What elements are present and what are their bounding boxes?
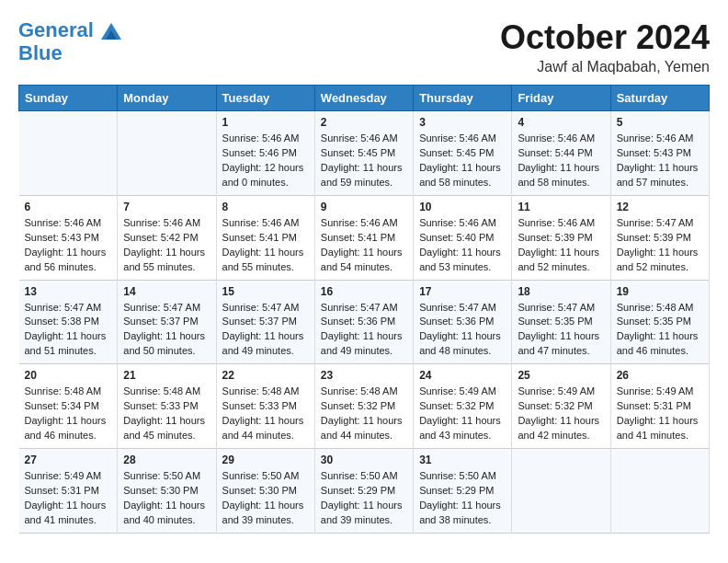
table-row: 25Sunrise: 5:49 AMSunset: 5:32 PMDayligh… [512,364,610,449]
table-row: 27Sunrise: 5:49 AMSunset: 5:31 PMDayligh… [19,449,118,534]
day-info: Daylight: 11 hours [25,414,112,429]
day-info: and 56 minutes. [25,260,112,275]
day-info: Sunrise: 5:48 AM [123,385,210,399]
day-info: Sunrise: 5:46 AM [419,216,506,231]
day-info: Sunrise: 5:47 AM [25,301,112,316]
day-number: 27 [25,454,112,466]
day-info: Sunset: 5:41 PM [222,231,309,246]
table-row: 5Sunrise: 5:46 AMSunset: 5:43 PMDaylight… [610,111,709,196]
table-row: 2Sunrise: 5:46 AMSunset: 5:45 PMDaylight… [314,111,413,196]
table-row: 15Sunrise: 5:47 AMSunset: 5:37 PMDayligh… [216,280,314,364]
day-info: and 57 minutes. [617,176,703,190]
day-number: 1 [222,116,309,129]
col-tuesday: Tuesday [216,86,314,111]
day-info: and 42 minutes. [518,429,604,443]
day-info: and 46 minutes. [25,429,112,443]
calendar-week-row: 6Sunrise: 5:46 AMSunset: 5:43 PMDaylight… [19,195,710,280]
day-info: Sunset: 5:32 PM [518,399,604,414]
day-info: Sunset: 5:29 PM [419,484,506,499]
day-info: and 50 minutes. [123,344,210,359]
table-row: 1Sunrise: 5:46 AMSunset: 5:46 PMDaylight… [216,111,314,196]
table-row: 29Sunrise: 5:50 AMSunset: 5:30 PMDayligh… [216,449,314,534]
day-info: Sunset: 5:32 PM [321,399,407,414]
table-row: 31Sunrise: 5:50 AMSunset: 5:29 PMDayligh… [414,449,512,534]
day-info: and 39 minutes. [222,513,309,528]
day-info: and 54 minutes. [321,260,407,275]
day-info: Sunset: 5:36 PM [321,315,407,329]
col-sunday: Sunday [19,86,118,111]
day-info: Daylight: 11 hours [617,414,703,429]
day-info: Sunrise: 5:50 AM [123,469,210,484]
day-info: and 58 minutes. [518,176,604,190]
day-info: Sunset: 5:40 PM [419,231,506,246]
day-info: Daylight: 11 hours [321,499,407,513]
day-info: and 51 minutes. [25,344,112,359]
day-info: Sunset: 5:37 PM [222,315,309,329]
month-title: October 2024 [500,18,710,57]
page-header: General Blue October 2024 Jawf al Maqbab… [18,18,710,75]
day-info: Daylight: 11 hours [419,161,506,176]
table-row: 19Sunrise: 5:48 AMSunset: 5:35 PMDayligh… [610,280,709,364]
table-row: 30Sunrise: 5:50 AMSunset: 5:29 PMDayligh… [314,449,413,534]
day-info: and 44 minutes. [222,429,309,443]
day-info: Sunrise: 5:47 AM [518,301,604,316]
day-info: and 46 minutes. [617,344,703,359]
day-info: and 41 minutes. [617,429,703,443]
day-info: Sunset: 5:35 PM [617,315,703,329]
day-info: Daylight: 11 hours [518,414,604,429]
day-info: and 52 minutes. [617,260,703,275]
day-info: and 49 minutes. [321,344,407,359]
day-info: Sunset: 5:33 PM [123,399,210,414]
day-info: Sunrise: 5:49 AM [25,469,112,484]
day-info: Sunrise: 5:50 AM [419,469,506,484]
logo: General Blue [18,18,121,65]
day-number: 30 [321,454,407,466]
day-info: Sunrise: 5:47 AM [123,301,210,316]
day-info: and 41 minutes. [25,513,112,528]
day-number: 4 [518,116,604,129]
col-thursday: Thursday [414,86,512,111]
table-row: 21Sunrise: 5:48 AMSunset: 5:33 PMDayligh… [118,364,216,449]
table-row: 6Sunrise: 5:46 AMSunset: 5:43 PMDaylight… [19,195,118,280]
day-info: Daylight: 12 hours [222,161,309,176]
day-info: Sunrise: 5:47 AM [321,301,407,316]
day-info: Daylight: 11 hours [321,329,407,344]
day-info: Daylight: 11 hours [123,414,210,429]
day-number: 31 [419,454,506,466]
day-info: Sunset: 5:43 PM [25,231,112,246]
day-number: 5 [617,116,703,129]
day-info: Sunset: 5:33 PM [222,399,309,414]
calendar-header-row: Sunday Monday Tuesday Wednesday Thursday… [19,86,710,111]
day-info: Sunset: 5:30 PM [222,484,309,499]
day-info: Sunset: 5:30 PM [123,484,210,499]
calendar-week-row: 27Sunrise: 5:49 AMSunset: 5:31 PMDayligh… [19,449,710,534]
day-info: Daylight: 11 hours [419,329,506,344]
table-row [19,111,118,196]
day-info: and 44 minutes. [321,429,407,443]
day-number: 7 [123,201,210,213]
day-info: Sunset: 5:38 PM [25,315,112,329]
day-info: Sunset: 5:45 PM [419,146,506,161]
table-row: 18Sunrise: 5:47 AMSunset: 5:35 PMDayligh… [512,280,610,364]
day-info: Daylight: 11 hours [321,246,407,260]
day-info: Daylight: 11 hours [321,414,407,429]
day-info: Sunrise: 5:50 AM [222,469,309,484]
table-row: 22Sunrise: 5:48 AMSunset: 5:33 PMDayligh… [216,364,314,449]
day-info: Sunset: 5:31 PM [617,399,703,414]
day-info: Sunset: 5:29 PM [321,484,407,499]
day-info: Daylight: 11 hours [123,499,210,513]
calendar-week-row: 20Sunrise: 5:48 AMSunset: 5:34 PMDayligh… [19,364,710,449]
table-row: 9Sunrise: 5:46 AMSunset: 5:41 PMDaylight… [314,195,413,280]
day-info: and 53 minutes. [419,260,506,275]
day-info: Daylight: 11 hours [25,329,112,344]
day-info: Sunset: 5:39 PM [617,231,703,246]
day-info: and 43 minutes. [419,429,506,443]
day-info: Sunrise: 5:47 AM [419,301,506,316]
day-info: Sunrise: 5:46 AM [222,132,309,146]
day-info: Daylight: 11 hours [518,329,604,344]
day-info: Sunset: 5:43 PM [617,146,703,161]
day-info: Sunrise: 5:46 AM [321,216,407,231]
day-info: Sunset: 5:46 PM [222,146,309,161]
col-wednesday: Wednesday [314,86,413,111]
table-row: 17Sunrise: 5:47 AMSunset: 5:36 PMDayligh… [414,280,512,364]
